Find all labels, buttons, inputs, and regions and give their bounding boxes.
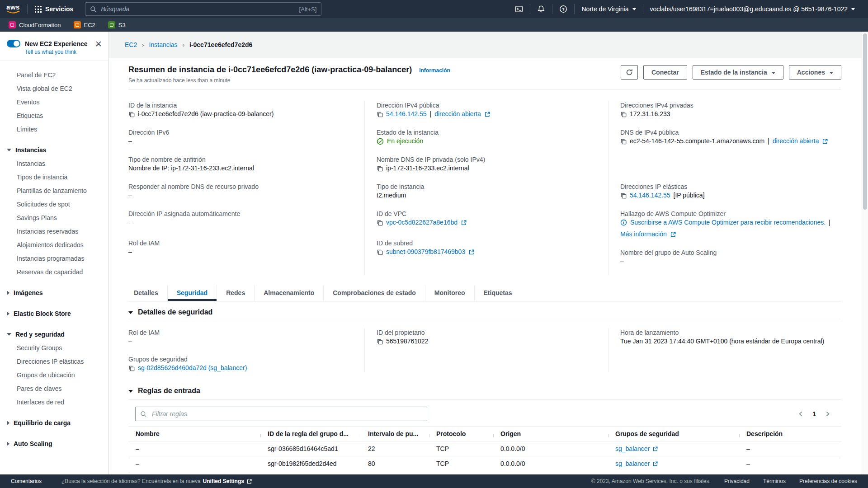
sidebar-group-instancias[interactable]: Instancias	[0, 143, 108, 157]
privacy-link[interactable]: Privacidad	[724, 478, 750, 484]
column-header-security-groups[interactable]: Grupos de seguridad	[608, 430, 739, 437]
sidebar-item-ip-elasticas[interactable]: Direcciones IP elásticas	[0, 355, 108, 368]
public-ip-link[interactable]: 54.146.142.55	[386, 110, 427, 118]
sidebar-item-limites[interactable]: Límites	[0, 122, 108, 136]
tell-us-link[interactable]: Tell us what you think	[25, 49, 102, 55]
elastic-ip-link[interactable]: 54.146.142.55	[630, 191, 670, 200]
sidebar-item-pares-claves[interactable]: Pares de claves	[0, 382, 108, 395]
actions-button[interactable]: Acciones	[789, 65, 841, 80]
sidebar-item-reservas-capacidad[interactable]: Reservas de capacidad	[0, 265, 108, 279]
security-details-header[interactable]: Detalles de seguridad	[128, 301, 841, 321]
sidebar-item-vista-global[interactable]: Vista global de EC2	[0, 82, 108, 95]
column-header-nombre[interactable]: Nombre	[128, 430, 260, 437]
sidebar-item-security-groups[interactable]: Security Groups	[0, 341, 108, 355]
copy-icon[interactable]	[377, 249, 383, 255]
tab-comprobaciones[interactable]: Comprobaciones de estado	[323, 285, 425, 301]
tab-detalles[interactable]: Detalles	[128, 285, 167, 301]
sidebar-group-imagenes[interactable]: Imágenes	[0, 286, 108, 300]
copy-icon[interactable]	[620, 111, 627, 117]
table-row[interactable]: – sgr-036685d16464c5ad1 22 TCP 0.0.0.0/0…	[128, 441, 841, 456]
sidebar-group-equilibrio-carga[interactable]: Equilibrio de carga	[0, 416, 108, 430]
next-page-icon[interactable]	[825, 411, 830, 417]
breadcrumb-instancias[interactable]: Instancias	[149, 41, 178, 48]
column-header-origin[interactable]: Origen	[493, 430, 608, 437]
column-header-protocol[interactable]: Protocolo	[429, 430, 493, 437]
field-owner-id: ID del propietario 565198761022	[377, 328, 599, 346]
subnet-link[interactable]: subnet-090379fb817469b03	[386, 248, 465, 256]
sidebar-item-alojamientos[interactable]: Alojamientos dedicados	[0, 238, 108, 252]
feedback-link[interactable]: Comentarios	[11, 478, 42, 484]
sidebar-item-instancias-reservadas[interactable]: Instancias reservadas	[0, 225, 108, 238]
open-address-link[interactable]: dirección abierta	[773, 137, 819, 145]
services-label: Servicios	[45, 5, 73, 13]
rules-filter-input[interactable]	[151, 410, 422, 418]
account-menu[interactable]: voclabs/user1698317=jruelao003@g.educaan…	[643, 4, 862, 14]
copy-icon[interactable]	[620, 192, 627, 199]
vertical-scrollbar[interactable]	[862, 32, 868, 474]
copy-icon[interactable]	[377, 165, 383, 172]
terms-link[interactable]: Términos	[763, 478, 786, 484]
more-info-link[interactable]: Más información	[620, 230, 667, 239]
sidebar-item-savings-plans[interactable]: Savings Plans	[0, 211, 108, 225]
region-selector[interactable]: Norte de Virginia	[574, 4, 642, 14]
tab-redes[interactable]: Redes	[217, 285, 254, 301]
unified-settings-link[interactable]: Unified Settings	[203, 478, 244, 484]
scrollbar-thumb[interactable]	[863, 33, 867, 210]
sidebar-group-auto-scaling[interactable]: Auto Scaling	[0, 437, 108, 450]
table-row[interactable]: – sgr-0b1982f65ded2d4ed 80 TCP 0.0.0.0/0…	[128, 456, 841, 471]
tab-etiquetas[interactable]: Etiquetas	[474, 285, 521, 301]
inbound-rules-header[interactable]: Reglas de entrada	[128, 380, 841, 400]
page-number[interactable]: 1	[812, 410, 816, 418]
sidebar-group-red-seguridad[interactable]: Red y seguridad	[0, 328, 108, 341]
cookie-preferences-link[interactable]: Preferencias de cookies	[799, 478, 857, 484]
sidebar-item-solicitudes-spot[interactable]: Solicitudes de spot	[0, 197, 108, 211]
global-search-input[interactable]: Búsqueda [Alt+S]	[85, 2, 321, 16]
copy-icon[interactable]	[128, 365, 135, 371]
notifications-button[interactable]	[530, 4, 552, 14]
field-instance-type: Tipo de instancia t2.medium	[377, 182, 599, 200]
favorite-ec2[interactable]: EC2	[74, 21, 95, 28]
favorite-cloudformation[interactable]: CloudFormation	[9, 21, 61, 28]
copy-icon[interactable]	[377, 111, 383, 117]
security-group-link[interactable]: sg_balancer	[615, 445, 658, 452]
aws-logo[interactable]: aws	[6, 4, 20, 14]
instance-state-button[interactable]: Estado de la instancia	[693, 65, 783, 80]
sidebar-item-interfaces-red[interactable]: Interfaces de red	[0, 395, 108, 409]
tab-monitoreo[interactable]: Monitoreo	[425, 285, 474, 301]
vpc-link[interactable]: vpc-0c5d822627a8e16bd	[386, 218, 458, 227]
connect-button[interactable]: Conectar	[643, 65, 687, 80]
sidebar-item-plantillas[interactable]: Plantillas de lanzamiento	[0, 184, 108, 197]
refresh-button[interactable]	[621, 65, 638, 80]
compute-optimizer-subscribe-link[interactable]: Suscribirse a AWS Compute Optimizer para…	[630, 218, 826, 227]
column-header-description[interactable]: Descripción	[739, 430, 841, 437]
cloudshell-button[interactable]	[508, 4, 530, 14]
services-menu-button[interactable]: Servicios	[33, 5, 75, 13]
previous-page-icon[interactable]	[798, 411, 803, 417]
column-header-port-range[interactable]: Intervalo de pu...	[361, 430, 429, 437]
sidebar-item-instancias[interactable]: Instancias	[0, 157, 108, 170]
copy-icon[interactable]	[620, 138, 627, 145]
new-experience-toggle[interactable]	[7, 40, 20, 47]
sidebar-item-eventos[interactable]: Eventos	[0, 95, 108, 109]
tab-seguridad[interactable]: Seguridad	[167, 285, 217, 301]
sidebar-item-panel-ec2[interactable]: Panel de EC2	[0, 68, 108, 82]
open-address-link[interactable]: dirección abierta	[434, 110, 481, 118]
sidebar-item-etiquetas[interactable]: Etiquetas	[0, 109, 108, 122]
copy-icon[interactable]	[377, 220, 383, 226]
column-header-rule-id[interactable]: ID de la regla del grupo d...	[260, 430, 361, 437]
sidebar-item-grupos-ubicacion[interactable]: Grupos de ubicación	[0, 368, 108, 382]
close-icon[interactable]: ✕	[95, 41, 102, 48]
security-group-link[interactable]: sg-02d85626d460da72d (sg_balancer)	[138, 364, 247, 372]
favorite-s3[interactable]: S3	[108, 21, 126, 28]
security-group-link[interactable]: sg_balancer	[615, 460, 658, 467]
sidebar-group-ebs[interactable]: Elastic Block Store	[0, 307, 108, 320]
sidebar-item-instancias-programadas[interactable]: Instancias programadas	[0, 252, 108, 265]
tab-almacenamiento[interactable]: Almacenamiento	[254, 285, 323, 301]
help-button[interactable]: ?	[552, 4, 574, 14]
copy-icon[interactable]	[128, 111, 135, 117]
table-row[interactable]: – sgr-07089a554e9600126 443 TCP 0.0.0.0/…	[128, 471, 841, 474]
breadcrumb-ec2[interactable]: EC2	[125, 41, 137, 48]
sidebar-item-tipos-de-instancia[interactable]: Tipos de instancia	[0, 170, 108, 184]
copy-icon[interactable]	[377, 338, 383, 345]
info-link[interactable]: Información	[419, 67, 450, 74]
